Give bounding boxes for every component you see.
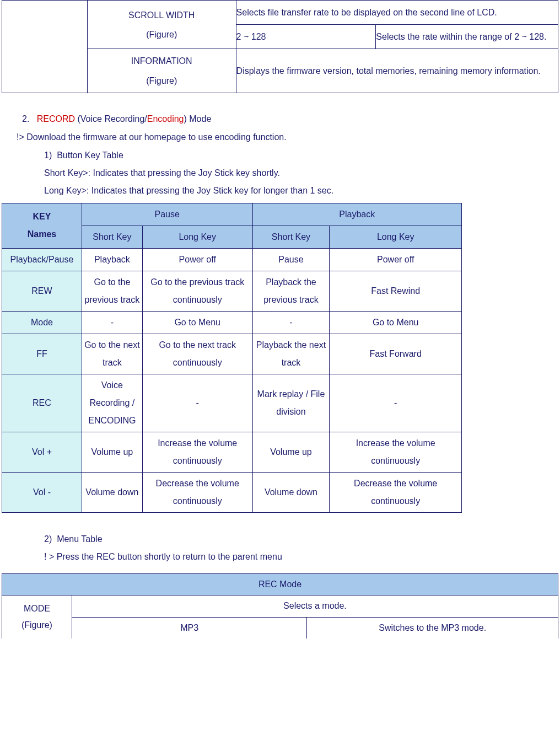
playback-header: Playback xyxy=(252,203,461,226)
information-label-1: INFORMATION xyxy=(89,51,235,71)
mode-label-2: (Figure) xyxy=(3,617,71,634)
pause-short-cell: Volume down xyxy=(82,472,142,512)
scroll-range-desc: Selects the rate within the range of 2 ~… xyxy=(376,25,558,49)
table-row: REWGo to the previous trackGo to the pre… xyxy=(2,271,462,311)
playback-long-cell: Go to Menu xyxy=(330,311,462,334)
table-row: FFGo to the next trackGo to the next tra… xyxy=(2,334,462,374)
key-header-1: KEY xyxy=(3,208,80,226)
button-key-table: KEY Names Pause Playback Short Key Long … xyxy=(2,203,462,513)
playback-short-cell: Playback the previous track xyxy=(252,271,330,311)
playback-short-cell: Pause xyxy=(252,248,330,271)
playback-long-cell: Decrease the volume continuously xyxy=(330,472,462,512)
key-name-cell: Vol - xyxy=(2,472,82,512)
pause-short-cell: Go to the previous track xyxy=(82,271,142,311)
pause-long-header: Long Key xyxy=(142,226,252,248)
empty-cell xyxy=(2,1,88,93)
information-desc: Displays the firmware version, total mem… xyxy=(236,49,558,93)
pause-long-cell: - xyxy=(142,374,252,432)
scroll-range: 2 ~ 128 xyxy=(236,25,376,49)
sub1-title: Button Key Table xyxy=(57,151,123,160)
pause-long-cell: Go to the previous track continuously xyxy=(142,271,252,311)
mode-label-1: MODE xyxy=(3,600,71,617)
section-2-heading: 2. RECORD (Voice Recording/Encoding) Mod… xyxy=(22,110,543,128)
playback-short-cell: Volume up xyxy=(252,432,330,472)
playback-long-cell: Fast Rewind xyxy=(330,271,462,311)
pause-long-cell: Decrease the volume continuously xyxy=(142,472,252,512)
pause-short-cell: Go to the next track xyxy=(82,334,142,374)
playback-long-cell: Power off xyxy=(330,248,462,271)
shortkey-note: Short Key>: Indicates that pressing the … xyxy=(44,164,560,182)
mp3-desc: Switches to the MP3 mode. xyxy=(307,617,558,639)
table-row: Vol +Volume upIncrease the volume contin… xyxy=(2,432,462,472)
section-2-number: 2. xyxy=(22,114,29,124)
key-name-cell: FF xyxy=(2,334,82,374)
playback-short-cell: Playback the next track xyxy=(252,334,330,374)
key-header-2: Names xyxy=(3,226,80,243)
sub2-title: Menu Table xyxy=(57,534,102,544)
sub1-heading: 1) Button Key Table xyxy=(44,147,560,164)
key-names-header: KEY Names xyxy=(2,203,82,248)
scroll-width-desc: Selects file transfer rate to be display… xyxy=(236,1,558,25)
pause-long-cell: Increase the volume continuously xyxy=(142,432,252,472)
sub2-number: 2) xyxy=(44,534,52,544)
sub1-number: 1) xyxy=(44,151,52,160)
playback-short-cell: - xyxy=(252,311,330,334)
record-mid: (Voice Recording/ xyxy=(75,114,147,124)
playback-long-cell: Increase the volume continuously xyxy=(330,432,462,472)
playback-short-cell: Mark replay / File division xyxy=(252,374,330,432)
pause-header: Pause xyxy=(82,203,252,226)
playback-short-header: Short Key xyxy=(252,226,330,248)
rec-mode-header: REC Mode xyxy=(2,573,558,595)
scroll-width-label: SCROLL WIDTH (Figure) xyxy=(87,1,236,49)
mode-selects: Selects a mode. xyxy=(72,595,558,617)
table-row: RECVoice Recording / ENCODING-Mark repla… xyxy=(2,374,462,432)
pause-short-cell: Volume up xyxy=(82,432,142,472)
longkey-note: Long Key>: Indicates that pressing the J… xyxy=(44,182,560,200)
playback-long-cell: Fast Forward xyxy=(330,334,462,374)
pause-short-cell: Voice Recording / ENCODING xyxy=(82,374,142,432)
settings-table-fragment: SCROLL WIDTH (Figure) Selects file trans… xyxy=(2,0,558,93)
pause-short-cell: Playback xyxy=(82,248,142,271)
key-name-cell: REW xyxy=(2,271,82,311)
pause-short-header: Short Key xyxy=(82,226,142,248)
record-red: RECORD xyxy=(37,114,75,124)
playback-long-cell: - xyxy=(330,374,462,432)
key-name-cell: REC xyxy=(2,374,82,432)
pause-short-cell: - xyxy=(82,311,142,334)
sub2-heading: 2) Menu Table xyxy=(44,530,560,548)
pause-long-cell: Go to Menu xyxy=(142,311,252,334)
record-end: ) Mode xyxy=(184,114,211,124)
key-name-cell: Vol + xyxy=(2,432,82,472)
table-row: Vol -Volume downDecrease the volume cont… xyxy=(2,472,462,512)
mode-label: MODE (Figure) xyxy=(2,595,72,639)
playback-long-header: Long Key xyxy=(330,226,462,248)
playback-short-cell: Volume down xyxy=(252,472,330,512)
key-name-cell: Playback/Pause xyxy=(2,248,82,271)
information-label-2: (Figure) xyxy=(89,71,235,90)
scroll-width-label-2: (Figure) xyxy=(89,25,235,44)
scroll-width-label-1: SCROLL WIDTH xyxy=(89,6,235,25)
rec-return-note: ! > Press the REC button shortly to retu… xyxy=(44,548,560,566)
rec-mode-table: REC Mode MODE (Figure) Selects a mode. M… xyxy=(2,573,558,639)
information-label: INFORMATION (Figure) xyxy=(87,49,236,93)
table-row: Playback/PausePlaybackPower offPausePowe… xyxy=(2,248,462,271)
mp3-label: MP3 xyxy=(72,617,307,639)
key-name-cell: Mode xyxy=(2,311,82,334)
pause-long-cell: Power off xyxy=(142,248,252,271)
pause-long-cell: Go to the next track continuously xyxy=(142,334,252,374)
encoding-red: Encoding xyxy=(147,114,184,124)
firmware-note: !> Download the firmware at our homepage… xyxy=(17,128,560,147)
table-row: Mode-Go to Menu-Go to Menu xyxy=(2,311,462,334)
